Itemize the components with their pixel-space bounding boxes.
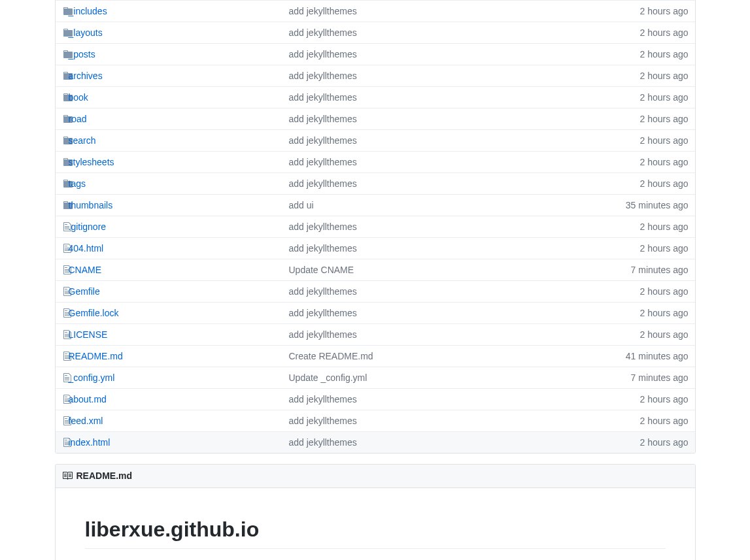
file-name-link[interactable]: _posts [69,49,95,59]
readme-filename: README.md [77,470,133,481]
file-row: 404.htmladd jekyllthemes2 hours ago [56,237,695,259]
file-name-link[interactable]: 404.html [69,243,104,254]
file-name-cell: tags [67,174,184,193]
file-name-cell: archives [67,67,184,85]
folder-icon [56,65,67,86]
file-name-link[interactable]: book [69,92,88,103]
commit-message-cell: add jekyllthemes [184,325,634,344]
commit-message-cell: add jekyllthemes [184,131,634,150]
file-icon [56,367,67,388]
file-row: roadadd jekyllthemes2 hours ago [56,108,695,129]
commit-age: 2 hours ago [634,110,695,128]
commit-age: 7 minutes ago [624,261,695,279]
commit-message-link[interactable]: add jekyllthemes [289,178,357,189]
file-name-link[interactable]: thumbnails [69,200,113,210]
file-listing: _includesadd jekyllthemes2 hours ago_lay… [55,0,696,453]
file-row: Gemfile.lockadd jekyllthemes2 hours ago [56,302,695,323]
file-name-cell: feed.xml [67,412,184,430]
file-name-cell: road [67,110,184,128]
commit-message-cell: add jekyllthemes [184,304,634,322]
commit-message-link[interactable]: add jekyllthemes [289,71,357,81]
file-name-cell: _posts [67,45,184,63]
file-name-cell: index.html [67,433,184,452]
commit-message-link[interactable]: add jekyllthemes [289,416,357,426]
commit-message-link[interactable]: add jekyllthemes [289,6,357,16]
file-row: thumbnailsadd ui35 minutes ago [56,194,695,216]
commit-message-cell: add ui [184,196,619,214]
file-name-cell: .gitignore [67,218,184,236]
file-row: about.mdadd jekyllthemes2 hours ago [56,388,695,410]
file-icon [56,410,67,431]
commit-message-cell: add jekyllthemes [184,67,634,85]
file-row: tagsadd jekyllthemes2 hours ago [56,173,695,194]
commit-age: 2 hours ago [634,45,695,63]
commit-age: 41 minutes ago [619,347,695,365]
file-name-link[interactable]: archives [69,71,103,81]
commit-message-cell: Update _config.yml [184,369,624,387]
commit-message-link[interactable]: add jekyllthemes [289,92,357,103]
file-name-link[interactable]: index.html [69,437,111,448]
file-name-link[interactable]: .gitignore [69,222,107,232]
commit-message-link[interactable]: add jekyllthemes [289,243,357,254]
file-name-cell: _config.yml [67,369,184,387]
file-name-cell: thumbnails [67,196,184,214]
file-row: feed.xmladd jekyllthemes2 hours ago [56,410,695,431]
commit-message-cell: add jekyllthemes [184,433,634,452]
readme-panel: README.md liberxue.github.io Jekyll Them… [55,464,696,560]
file-name-link[interactable]: LICENSE [69,329,108,340]
commit-message-cell: add jekyllthemes [184,390,634,408]
file-name-link[interactable]: tags [69,178,86,189]
commit-message-link[interactable]: add jekyllthemes [289,49,357,59]
commit-message-cell: add jekyllthemes [184,110,634,128]
commit-message-link[interactable]: add jekyllthemes [289,114,357,124]
file-row: README.mdCreate README.md41 minutes ago [56,345,695,367]
file-name-link[interactable]: road [69,114,87,124]
file-name-link[interactable]: stylesheets [69,157,114,167]
commit-message-link[interactable]: add ui [289,200,314,210]
commit-message-cell: add jekyllthemes [184,239,634,257]
commit-message-link[interactable]: add jekyllthemes [289,135,357,146]
file-name-link[interactable]: about.md [69,394,107,404]
file-row: LICENSEadd jekyllthemes2 hours ago [56,323,695,345]
commit-message-cell: add jekyllthemes [184,2,634,20]
file-row: index.htmladd jekyllthemes2 hours ago [56,431,695,453]
commit-message-link[interactable]: add jekyllthemes [289,286,357,297]
commit-message-link[interactable]: add jekyllthemes [289,308,357,318]
commit-message-cell: Update CNAME [184,261,624,279]
folder-icon [56,44,67,65]
commit-message-link[interactable]: add jekyllthemes [289,437,357,448]
file-row: archivesadd jekyllthemes2 hours ago [56,65,695,86]
file-name-link[interactable]: feed.xml [69,416,103,426]
commit-message-link[interactable]: add jekyllthemes [289,157,357,167]
commit-message-link[interactable]: add jekyllthemes [289,329,357,340]
folder-icon [56,130,67,151]
file-name-cell: _layouts [67,24,184,42]
file-icon [56,238,67,259]
file-name-cell: about.md [67,390,184,408]
file-row: _config.ymlUpdate _config.yml7 minutes a… [56,367,695,388]
commit-age: 2 hours ago [634,2,695,20]
file-name-link[interactable]: Gemfile.lock [69,308,119,318]
commit-message-link[interactable]: Update CNAME [289,265,354,275]
commit-message-link[interactable]: Update _config.yml [289,372,367,383]
commit-message-link[interactable]: add jekyllthemes [289,222,357,232]
file-name-link[interactable]: Gemfile [69,286,100,297]
file-name-link[interactable]: _config.yml [69,372,115,383]
file-name-link[interactable]: CNAME [69,265,102,275]
file-row: stylesheetsadd jekyllthemes2 hours ago [56,151,695,173]
commit-message-cell: add jekyllthemes [184,24,634,42]
commit-message-link[interactable]: add jekyllthemes [289,27,357,38]
commit-message-link[interactable]: add jekyllthemes [289,394,357,404]
file-name-link[interactable]: _layouts [69,27,103,38]
readme-title: liberxue.github.io [85,518,666,549]
folder-icon [56,87,67,108]
commit-message-link[interactable]: Create README.md [289,351,373,361]
file-name-link[interactable]: _includes [69,6,107,16]
file-row: _postsadd jekyllthemes2 hours ago [56,43,695,65]
file-name-link[interactable]: README.md [69,351,123,361]
file-name-link[interactable]: search [69,135,96,146]
commit-age: 2 hours ago [634,67,695,85]
commit-message-cell: add jekyllthemes [184,174,634,193]
commit-message-cell: add jekyllthemes [184,88,634,107]
file-icon [56,281,67,302]
